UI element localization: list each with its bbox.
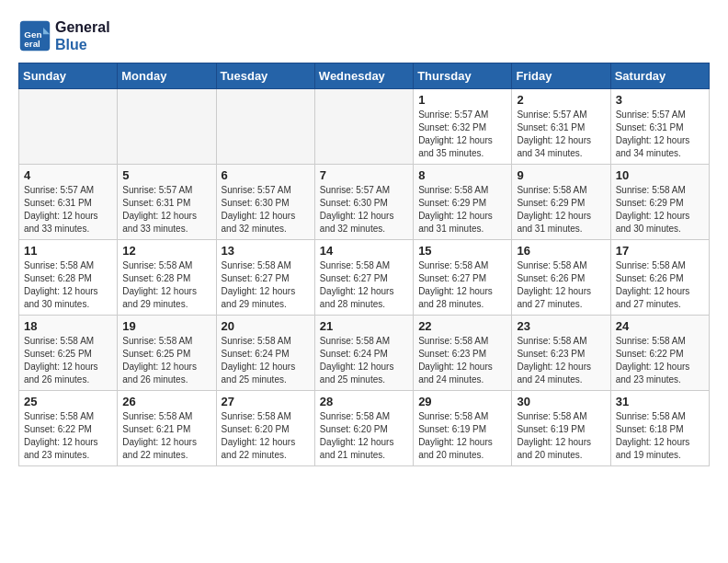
calendar-cell: 28Sunrise: 5:58 AM Sunset: 6:20 PM Dayli… [314, 391, 413, 466]
day-info: Sunrise: 5:58 AM Sunset: 6:27 PM Dayligh… [320, 259, 408, 311]
calendar-cell: 21Sunrise: 5:58 AM Sunset: 6:24 PM Dayli… [314, 316, 413, 391]
day-info: Sunrise: 5:58 AM Sunset: 6:22 PM Dayligh… [24, 410, 112, 462]
calendar-cell: 16Sunrise: 5:58 AM Sunset: 6:26 PM Dayli… [512, 240, 610, 316]
calendar-table: SundayMondayTuesdayWednesdayThursdayFrid… [18, 63, 710, 466]
logo-text: General Blue [55, 18, 110, 53]
calendar-cell: 29Sunrise: 5:58 AM Sunset: 6:19 PM Dayli… [414, 391, 512, 466]
calendar-cell: 30Sunrise: 5:58 AM Sunset: 6:19 PM Dayli… [512, 391, 610, 466]
logo-icon: Gen eral [18, 19, 51, 52]
day-number: 26 [122, 395, 210, 408]
day-info: Sunrise: 5:58 AM Sunset: 6:29 PM Dayligh… [418, 184, 506, 236]
day-number: 23 [517, 319, 605, 333]
logo: Gen eral General Blue [18, 18, 110, 53]
day-info: Sunrise: 5:57 AM Sunset: 6:30 PM Dayligh… [222, 184, 310, 236]
day-info: Sunrise: 5:58 AM Sunset: 6:23 PM Dayligh… [517, 335, 605, 386]
day-info: Sunrise: 5:58 AM Sunset: 6:20 PM Dayligh… [320, 410, 408, 462]
header-sunday: Sunday [19, 63, 118, 89]
day-number: 20 [222, 319, 310, 333]
day-info: Sunrise: 5:58 AM Sunset: 6:25 PM Dayligh… [122, 335, 210, 386]
calendar-cell: 7Sunrise: 5:57 AM Sunset: 6:30 PM Daylig… [314, 165, 413, 240]
day-number: 11 [24, 244, 112, 258]
header-monday: Monday [118, 63, 216, 89]
calendar-cell [314, 89, 413, 165]
day-number: 29 [418, 395, 506, 408]
day-info: Sunrise: 5:57 AM Sunset: 6:31 PM Dayligh… [122, 184, 210, 236]
day-number: 21 [320, 319, 408, 333]
calendar-cell: 23Sunrise: 5:58 AM Sunset: 6:23 PM Dayli… [512, 316, 610, 391]
day-number: 18 [24, 319, 112, 333]
header-thursday: Thursday [414, 63, 512, 89]
day-info: Sunrise: 5:58 AM Sunset: 6:29 PM Dayligh… [616, 184, 704, 236]
calendar-cell: 11Sunrise: 5:58 AM Sunset: 6:28 PM Dayli… [19, 240, 118, 316]
day-number: 4 [24, 168, 112, 182]
calendar-cell: 15Sunrise: 5:58 AM Sunset: 6:27 PM Dayli… [414, 240, 512, 316]
day-info: Sunrise: 5:57 AM Sunset: 6:31 PM Dayligh… [517, 109, 605, 160]
day-number: 6 [222, 168, 310, 182]
calendar-week-row: 18Sunrise: 5:58 AM Sunset: 6:25 PM Dayli… [19, 316, 710, 391]
calendar-cell: 8Sunrise: 5:58 AM Sunset: 6:29 PM Daylig… [414, 165, 512, 240]
calendar-cell: 14Sunrise: 5:58 AM Sunset: 6:27 PM Dayli… [314, 240, 413, 316]
day-number: 1 [418, 93, 506, 107]
calendar-cell: 17Sunrise: 5:58 AM Sunset: 6:26 PM Dayli… [610, 240, 709, 316]
day-info: Sunrise: 5:58 AM Sunset: 6:28 PM Dayligh… [122, 259, 210, 311]
calendar-week-row: 25Sunrise: 5:58 AM Sunset: 6:22 PM Dayli… [19, 391, 710, 466]
day-number: 12 [122, 244, 210, 258]
calendar-cell: 18Sunrise: 5:58 AM Sunset: 6:25 PM Dayli… [19, 316, 118, 391]
day-number: 31 [616, 395, 704, 408]
calendar-cell [216, 89, 314, 165]
day-number: 17 [616, 244, 704, 258]
calendar-week-row: 11Sunrise: 5:58 AM Sunset: 6:28 PM Dayli… [19, 240, 710, 316]
day-number: 30 [517, 395, 605, 408]
day-info: Sunrise: 5:58 AM Sunset: 6:29 PM Dayligh… [517, 184, 605, 236]
calendar-cell: 12Sunrise: 5:58 AM Sunset: 6:28 PM Dayli… [118, 240, 216, 316]
day-info: Sunrise: 5:58 AM Sunset: 6:26 PM Dayligh… [616, 259, 704, 311]
calendar-cell [118, 89, 216, 165]
day-number: 7 [320, 168, 408, 182]
day-number: 8 [418, 168, 506, 182]
svg-text:eral: eral [24, 39, 40, 49]
day-number: 27 [222, 395, 310, 408]
calendar-cell: 22Sunrise: 5:58 AM Sunset: 6:23 PM Dayli… [414, 316, 512, 391]
page-header: Gen eral General Blue [18, 18, 710, 53]
day-info: Sunrise: 5:57 AM Sunset: 6:31 PM Dayligh… [24, 184, 112, 236]
header-friday: Friday [512, 63, 610, 89]
day-info: Sunrise: 5:58 AM Sunset: 6:24 PM Dayligh… [320, 335, 408, 386]
day-number: 22 [418, 319, 506, 333]
day-info: Sunrise: 5:58 AM Sunset: 6:19 PM Dayligh… [418, 410, 506, 462]
header-tuesday: Tuesday [216, 63, 314, 89]
day-number: 3 [616, 93, 704, 107]
calendar-cell: 4Sunrise: 5:57 AM Sunset: 6:31 PM Daylig… [19, 165, 118, 240]
calendar-cell: 13Sunrise: 5:58 AM Sunset: 6:27 PM Dayli… [216, 240, 314, 316]
day-number: 14 [320, 244, 408, 258]
calendar-cell: 20Sunrise: 5:58 AM Sunset: 6:24 PM Dayli… [216, 316, 314, 391]
calendar-cell: 25Sunrise: 5:58 AM Sunset: 6:22 PM Dayli… [19, 391, 118, 466]
day-number: 5 [122, 168, 210, 182]
calendar-cell: 1Sunrise: 5:57 AM Sunset: 6:32 PM Daylig… [414, 89, 512, 165]
calendar-cell: 9Sunrise: 5:58 AM Sunset: 6:29 PM Daylig… [512, 165, 610, 240]
day-number: 28 [320, 395, 408, 408]
day-number: 25 [24, 395, 112, 408]
calendar-cell: 10Sunrise: 5:58 AM Sunset: 6:29 PM Dayli… [610, 165, 709, 240]
header-saturday: Saturday [610, 63, 709, 89]
calendar-week-row: 1Sunrise: 5:57 AM Sunset: 6:32 PM Daylig… [19, 89, 710, 165]
calendar-cell: 31Sunrise: 5:58 AM Sunset: 6:18 PM Dayli… [610, 391, 709, 466]
day-number: 2 [517, 93, 605, 107]
day-number: 15 [418, 244, 506, 258]
calendar-cell: 19Sunrise: 5:58 AM Sunset: 6:25 PM Dayli… [118, 316, 216, 391]
day-info: Sunrise: 5:58 AM Sunset: 6:24 PM Dayligh… [222, 335, 310, 386]
day-number: 13 [222, 244, 310, 258]
calendar-cell: 2Sunrise: 5:57 AM Sunset: 6:31 PM Daylig… [512, 89, 610, 165]
calendar-cell: 3Sunrise: 5:57 AM Sunset: 6:31 PM Daylig… [610, 89, 709, 165]
day-info: Sunrise: 5:58 AM Sunset: 6:26 PM Dayligh… [517, 259, 605, 311]
calendar-cell: 6Sunrise: 5:57 AM Sunset: 6:30 PM Daylig… [216, 165, 314, 240]
calendar-cell: 24Sunrise: 5:58 AM Sunset: 6:22 PM Dayli… [610, 316, 709, 391]
day-number: 16 [517, 244, 605, 258]
day-number: 9 [517, 168, 605, 182]
day-info: Sunrise: 5:58 AM Sunset: 6:21 PM Dayligh… [122, 410, 210, 462]
day-info: Sunrise: 5:58 AM Sunset: 6:22 PM Dayligh… [616, 335, 704, 386]
day-info: Sunrise: 5:57 AM Sunset: 6:30 PM Dayligh… [320, 184, 408, 236]
day-info: Sunrise: 5:58 AM Sunset: 6:23 PM Dayligh… [418, 335, 506, 386]
day-info: Sunrise: 5:58 AM Sunset: 6:28 PM Dayligh… [24, 259, 112, 311]
header-wednesday: Wednesday [314, 63, 413, 89]
calendar-cell: 26Sunrise: 5:58 AM Sunset: 6:21 PM Dayli… [118, 391, 216, 466]
